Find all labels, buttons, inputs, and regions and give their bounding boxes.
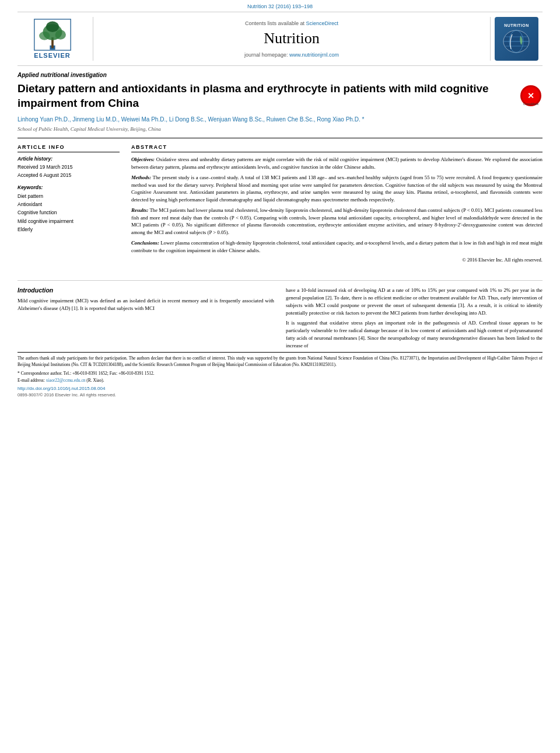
keyword-3: Cognitive function bbox=[18, 208, 120, 217]
keywords-label: Keywords: bbox=[18, 184, 120, 190]
svg-point-5 bbox=[46, 22, 59, 32]
svg-text:CrossMark: CrossMark bbox=[523, 102, 539, 106]
nutrition-badge-section: NUTRITION bbox=[490, 17, 542, 61]
sciencedirect-link[interactable]: ScienceDirect bbox=[306, 20, 339, 26]
author-names: Linhong Yuan Ph.D., Jinmeng Liu M.D., We… bbox=[18, 116, 364, 123]
abstract-heading: ABSTRACT bbox=[131, 144, 542, 152]
section-divider bbox=[18, 280, 542, 281]
intro-para1: Mild cognitive impairment (MCI) was defi… bbox=[18, 297, 274, 312]
accepted-date: Accepted 6 August 2015 bbox=[18, 172, 120, 180]
received-date: Received 19 March 2015 bbox=[18, 163, 120, 172]
elsevier-tree-icon bbox=[32, 19, 73, 51]
email-note: (R. Xiao). bbox=[86, 378, 104, 383]
contents-line: Contents lists available at ScienceDirec… bbox=[245, 20, 338, 26]
methods-text: The present study is a case–control stud… bbox=[131, 175, 542, 203]
abstract-methods: Methods: The present study is a case–con… bbox=[131, 174, 542, 204]
keywords-list: Diet pattern Antioxidant Cognitive funct… bbox=[18, 192, 120, 234]
article-title: Dietary pattern and antioxidants in plas… bbox=[18, 82, 510, 110]
body-two-col: Introduction Mild cognitive impairment (… bbox=[18, 287, 542, 352]
footnote-section: The authors thank all study participants… bbox=[18, 352, 542, 398]
article-type: Applied nutritional investigation bbox=[18, 72, 542, 78]
article-info-abstract-section: ARTICLE INFO Article history: Received 1… bbox=[18, 138, 542, 263]
keyword-1: Diet pattern bbox=[18, 192, 120, 200]
article-info-heading: ARTICLE INFO bbox=[18, 144, 120, 152]
journal-title: Nutrition bbox=[264, 30, 319, 47]
journal-homepage: journal homepage: www.nutritionjrnl.com bbox=[244, 52, 339, 58]
conclusions-text: Lower plasma concentration of high-densi… bbox=[131, 240, 542, 253]
body-section: Introduction Mild cognitive impairment (… bbox=[0, 287, 560, 352]
abstract-results: Results: The MCI patients had lower plas… bbox=[131, 207, 542, 236]
citation-bar: Nutrition 32 (2016) 193–198 bbox=[0, 0, 560, 12]
objectives-label: Objectives: bbox=[131, 156, 155, 162]
intro-para1-text: Mild cognitive impairment (MCI) was defi… bbox=[18, 298, 274, 311]
conclusions-label: Conclusions: bbox=[131, 240, 159, 246]
results-label: Results: bbox=[131, 207, 148, 213]
nutrition-badge: NUTRITION bbox=[495, 17, 538, 61]
intro-para1-cont-text: have a 10-fold increased risk of develop… bbox=[286, 287, 542, 315]
title-section: Dietary pattern and antioxidants in plas… bbox=[18, 82, 542, 110]
doi-link[interactable]: http://dx.doi.org/10.1016/j.nut.2015.08.… bbox=[18, 386, 542, 391]
abstract-copyright: © 2016 Elsevier Inc. All rights reserved… bbox=[131, 257, 542, 263]
correspondence-text: * Correspondence author. Tel.: +86-010-8… bbox=[18, 370, 542, 384]
abstract-objectives: Objectives: Oxidative stress and unhealt… bbox=[131, 156, 542, 171]
svg-point-4 bbox=[55, 30, 65, 40]
crossmark-icon: ✕ CrossMark bbox=[519, 84, 542, 107]
intro-para1-cont: have a 10-fold increased risk of develop… bbox=[286, 287, 542, 316]
article-info-col: ARTICLE INFO Article history: Received 1… bbox=[18, 144, 120, 263]
keyword-4: Mild cognitive impairment bbox=[18, 217, 120, 225]
citation-text: Nutrition 32 (2016) 193–198 bbox=[247, 4, 313, 9]
abstract-col: ABSTRACT Objectives: Oxidative stress an… bbox=[131, 144, 542, 263]
homepage-link[interactable]: www.nutritionjrnl.com bbox=[289, 52, 339, 58]
elsevier-logo-section: ELSEVIER bbox=[18, 17, 93, 61]
svg-point-3 bbox=[39, 32, 50, 40]
main-content: Applied nutritional investigation Dietar… bbox=[0, 66, 560, 274]
intro-para2-text: It is suggested that oxidative stress pl… bbox=[286, 320, 542, 348]
introduction-heading: Introduction bbox=[18, 287, 274, 294]
methods-label: Methods: bbox=[131, 175, 151, 180]
results-text: The MCI patients had lower plasma total … bbox=[131, 207, 542, 235]
elsevier-logo: ELSEVIER bbox=[32, 19, 73, 59]
article-dates: Received 19 March 2015 Accepted 6 August… bbox=[18, 163, 120, 179]
keyword-5: Elderly bbox=[18, 225, 120, 233]
affiliation: School of Public Health, Capital Medical… bbox=[18, 126, 542, 132]
page-wrapper: Nutrition 32 (2016) 193–198 bbox=[0, 0, 560, 398]
abstract-conclusions: Conclusions: Lower plasma concentration … bbox=[131, 239, 542, 255]
issn-line: 0899-9007/© 2016 Elsevier Inc. All right… bbox=[18, 392, 542, 398]
correspondence-detail: * Correspondence author. Tel.: +86-010-8… bbox=[18, 371, 155, 376]
email-link[interactable]: xiaor22@ccmu.edu.cn bbox=[46, 378, 86, 383]
body-right-col: have a 10-fold increased risk of develop… bbox=[286, 287, 542, 352]
body-left-col: Introduction Mild cognitive impairment (… bbox=[18, 287, 274, 352]
keyword-2: Antioxidant bbox=[18, 200, 120, 208]
crossmark-container: ✕ CrossMark bbox=[510, 82, 542, 107]
journal-info: Contents lists available at ScienceDirec… bbox=[93, 17, 490, 61]
intro-para2: It is suggested that oxidative stress pl… bbox=[286, 319, 542, 349]
nutrition-badge-icon bbox=[501, 29, 533, 55]
history-label: Article history: bbox=[18, 156, 120, 162]
header-section: ELSEVIER Contents lists available at Sci… bbox=[18, 12, 542, 66]
authors: Linhong Yuan Ph.D., Jinmeng Liu M.D., We… bbox=[18, 115, 542, 124]
objectives-text: Oxidative stress and unhealthy dietary p… bbox=[131, 156, 542, 170]
svg-text:✕: ✕ bbox=[527, 91, 534, 100]
email-label: E-mail address: bbox=[18, 378, 45, 383]
elsevier-text: ELSEVIER bbox=[34, 52, 70, 59]
acknowledgment-text: The authors thank all study participants… bbox=[18, 355, 542, 368]
